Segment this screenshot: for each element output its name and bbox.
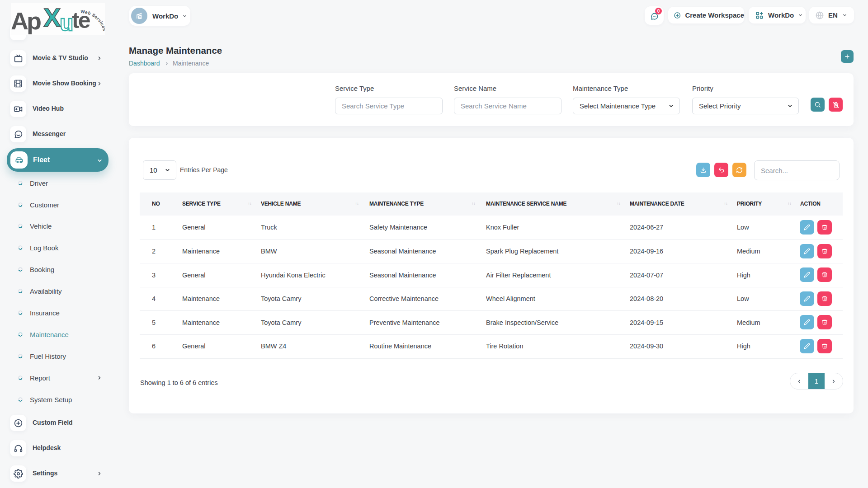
svg-text:X: X (43, 4, 61, 32)
svg-text:Ap: Ap (11, 7, 41, 34)
svg-text:u: u (60, 10, 74, 35)
